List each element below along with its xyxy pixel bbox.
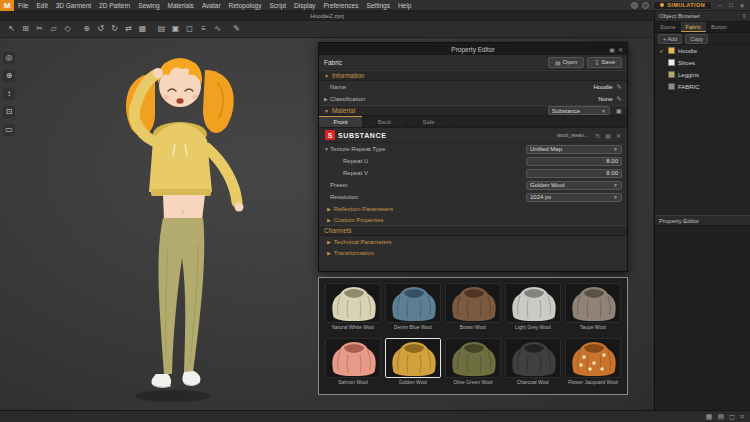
material-thumbnail[interactable] xyxy=(385,338,441,378)
fabric-list-item[interactable]: Shoes xyxy=(655,57,750,69)
section-information[interactable]: ▼ Information xyxy=(319,70,627,81)
minimize-button[interactable]: – xyxy=(716,2,724,9)
object-browser-tab-fabric[interactable]: Fabric xyxy=(681,22,706,32)
material-preset[interactable]: Flower Jacquard Wool xyxy=(565,338,621,390)
grid-view-icon[interactable]: ▦ xyxy=(706,413,713,421)
export-icon[interactable]: ▤ xyxy=(605,132,611,139)
view-reset-tool-icon[interactable]: ▭ xyxy=(3,124,15,136)
maximize-button[interactable]: □ xyxy=(727,2,735,9)
object-browser-tab-button[interactable]: Button xyxy=(706,22,732,32)
material-preset[interactable]: Olive Green Wool xyxy=(445,338,501,390)
tab-side[interactable]: Side xyxy=(407,116,451,127)
repeat-v-field[interactable]: 8.00 xyxy=(526,169,622,178)
view-zoom-tool-icon[interactable]: ⊕ xyxy=(3,70,15,82)
menu-icon[interactable]: ≡ xyxy=(740,413,744,421)
section-channels[interactable]: Channels xyxy=(319,225,627,236)
preset-dropdown[interactable]: Golden Wool▼ xyxy=(526,181,622,190)
property-editor-titlebar[interactable]: Property Editor ▣ ✕ xyxy=(319,43,627,55)
material-preset[interactable]: Light Grey Wool xyxy=(505,283,561,335)
repeat-u-field[interactable]: 8.00 xyxy=(526,157,622,166)
material-preset[interactable]: Natural White Wool xyxy=(325,283,381,335)
save-button[interactable]: ↧ Save xyxy=(587,57,622,68)
material-thumbnail[interactable] xyxy=(565,283,621,323)
menu-item-avatar[interactable]: Avatar xyxy=(198,0,225,11)
menu-item-file[interactable]: File xyxy=(14,0,32,11)
material-type-dropdown[interactable]: Substance ▼ xyxy=(548,106,610,115)
add-pattern-tool-icon[interactable]: ⊞ xyxy=(20,23,31,35)
account-icon[interactable] xyxy=(631,2,638,9)
tab-back[interactable]: Back xyxy=(363,116,407,127)
reload-icon[interactable]: ↻ xyxy=(595,132,600,139)
edit-pencil-icon[interactable]: ✎ xyxy=(617,83,622,91)
polygon-tool-icon[interactable]: ◇ xyxy=(62,23,73,35)
view-orbit-tool-icon[interactable]: ◎ xyxy=(3,52,15,64)
menu-item-edit[interactable]: Edit xyxy=(32,0,51,11)
swap-tool-icon[interactable]: ⇄ xyxy=(123,23,134,35)
menu-item-sewing[interactable]: Sewing xyxy=(134,0,163,11)
add-point-tool-icon[interactable]: ⊕ xyxy=(81,23,92,35)
docked-property-editor-header[interactable]: Property Editor xyxy=(655,215,750,226)
material-preset[interactable]: Brown Wool xyxy=(445,283,501,335)
material-preset[interactable]: Golden Wool xyxy=(385,338,441,390)
select-mesh-tool-icon[interactable]: ▣ xyxy=(170,23,181,35)
material-thumbnail[interactable] xyxy=(325,338,381,378)
menu-item-2d-pattern[interactable]: 2D Pattern xyxy=(95,0,134,11)
collapsed-section-technical-parameters[interactable]: ▶ Technical Parameters xyxy=(319,236,627,247)
menu-item-settings[interactable]: Settings xyxy=(362,0,394,11)
open-button[interactable]: ▤ Open xyxy=(548,57,584,68)
window-view-icon[interactable]: ◻ xyxy=(729,413,735,421)
scissors-tool-icon[interactable]: ✂ xyxy=(34,23,45,35)
view-frame-tool-icon[interactable]: ⊡ xyxy=(3,106,15,118)
grid-tool-icon[interactable]: ▦ xyxy=(137,23,148,35)
curve-tool-icon[interactable]: ∿ xyxy=(212,23,223,35)
menu-item-help[interactable]: Help xyxy=(394,0,415,11)
material-thumbnail[interactable] xyxy=(505,283,561,323)
fabric-list-item[interactable]: FABRIC xyxy=(655,81,750,93)
material-thumbnail[interactable] xyxy=(445,338,501,378)
object-browser-tab-scene[interactable]: Scene xyxy=(655,22,681,32)
material-preset[interactable]: Salmon Wool xyxy=(325,338,381,390)
edit-pencil-icon[interactable]: ✎ xyxy=(617,95,622,103)
material-thumbnail[interactable] xyxy=(385,283,441,323)
list-tool-icon[interactable]: ≡ xyxy=(198,23,209,35)
resolution-dropdown[interactable]: 1024 px▼ xyxy=(526,193,622,202)
copy-button[interactable]: Copy xyxy=(685,34,708,44)
transform-tool-icon[interactable]: ▱ xyxy=(48,23,59,35)
layers-tool-icon[interactable]: ▤ xyxy=(156,23,167,35)
close-button[interactable]: ✕ xyxy=(738,2,746,9)
pen-tool-icon[interactable]: ✎ xyxy=(231,23,242,35)
collapsed-section-transformation[interactable]: ▶ Transformation xyxy=(319,247,627,258)
view-pan-tool-icon[interactable]: ↕ xyxy=(3,88,15,100)
material-settings-icon[interactable]: ▣ xyxy=(616,107,622,115)
material-thumbnail[interactable] xyxy=(325,283,381,323)
menu-item-display[interactable]: Display xyxy=(290,0,319,11)
undo-icon[interactable]: ↺ xyxy=(95,23,106,35)
dock-icon[interactable]: ▣ xyxy=(609,46,615,53)
panel-menu-icon[interactable]: ≡ xyxy=(742,13,746,19)
add-button[interactable]: + Add xyxy=(658,34,682,44)
fabric-list-item[interactable]: Leggins xyxy=(655,69,750,81)
rows-view-icon[interactable]: ▤ xyxy=(717,413,724,421)
sync-status-icon[interactable] xyxy=(642,2,649,9)
material-preset[interactable]: Taupe Wool xyxy=(565,283,621,335)
material-preset[interactable]: Denim Blue Wool xyxy=(385,283,441,335)
fabric-list-item[interactable]: ✓ Hoodie xyxy=(655,45,750,57)
box-select-tool-icon[interactable]: ◻ xyxy=(184,23,195,35)
cursor-tool-icon[interactable]: ↖ xyxy=(6,23,17,35)
tab-front[interactable]: Front xyxy=(319,116,363,127)
collapsed-section-reflection-parameters[interactable]: ▶ Reflection Parameters xyxy=(319,203,627,214)
menu-item-materials[interactable]: Materials xyxy=(164,0,198,11)
material-thumbnail[interactable] xyxy=(505,338,561,378)
simulation-button[interactable]: SIMULATION xyxy=(653,1,712,10)
texture-repeat-type-dropdown[interactable]: Unified Map▼ xyxy=(526,145,622,154)
material-preset[interactable]: Charcoal Wool xyxy=(505,338,561,390)
menu-item-retopology[interactable]: Retopology xyxy=(225,0,266,11)
menu-item-3d-garment[interactable]: 3D Garment xyxy=(52,0,95,11)
remove-icon[interactable]: ✕ xyxy=(616,132,621,139)
material-thumbnail[interactable] xyxy=(445,283,501,323)
close-icon[interactable]: ✕ xyxy=(618,46,623,53)
redo-icon[interactable]: ↻ xyxy=(109,23,120,35)
collapsed-section-custom-properties[interactable]: ▶ Custom Properties xyxy=(319,214,627,225)
menu-item-preferences[interactable]: Preferences xyxy=(319,0,362,11)
menu-item-script[interactable]: Script xyxy=(265,0,290,11)
